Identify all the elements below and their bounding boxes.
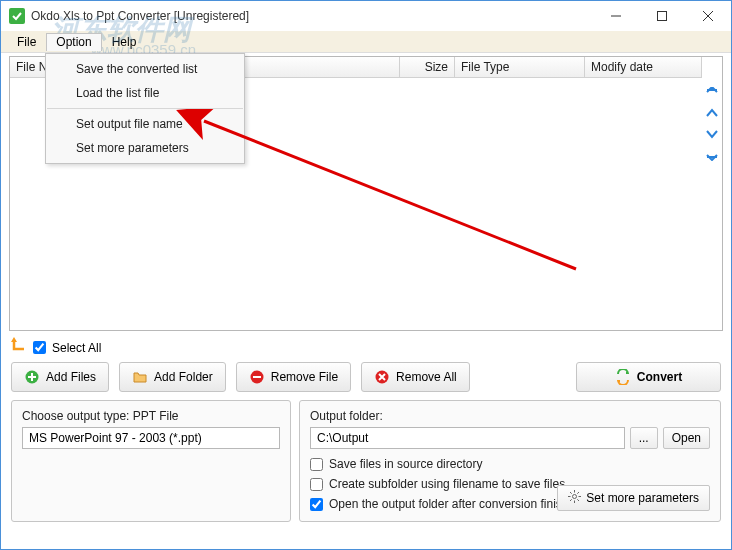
add-folder-label: Add Folder [154,370,213,384]
remove-all-button[interactable]: Remove All [361,362,470,392]
open-after-label: Open the output folder after conversion … [329,497,582,511]
column-filetype[interactable]: File Type [455,57,585,77]
svg-point-10 [573,495,577,499]
move-up-icon[interactable] [705,107,719,121]
open-folder-button[interactable]: Open [663,427,710,449]
output-folder-label: Output folder: [310,409,710,423]
plus-icon [24,369,40,385]
maximize-button[interactable] [639,1,685,31]
svg-line-15 [570,492,572,494]
svg-line-16 [578,499,580,501]
select-all-row: Select All [11,337,721,358]
output-folder-input[interactable] [310,427,625,449]
select-all-checkbox[interactable] [33,341,46,354]
open-after-checkbox[interactable] [310,498,323,511]
remove-all-label: Remove All [396,370,457,384]
titlebar: Okdo Xls to Ppt Converter [Unregistered] [1,1,731,31]
minimize-button[interactable] [593,1,639,31]
up-arrow-icon[interactable] [11,337,27,358]
move-bottom-icon[interactable] [705,147,719,161]
svg-line-17 [578,492,580,494]
add-files-button[interactable]: Add Files [11,362,109,392]
create-subfolder-checkbox[interactable] [310,478,323,491]
minus-icon [249,369,265,385]
move-down-icon[interactable] [705,127,719,141]
menu-separator [47,108,243,109]
output-type-input[interactable] [22,427,280,449]
save-in-source-checkbox[interactable] [310,458,323,471]
column-size[interactable]: Size [400,57,455,77]
convert-button[interactable]: Convert [576,362,721,392]
close-button[interactable] [685,1,731,31]
reorder-buttons [702,57,722,330]
add-files-label: Add Files [46,370,96,384]
menubar: File Option Help [1,31,731,53]
output-type-panel: Choose output type: PPT File [11,400,291,522]
output-folder-panel: Output folder: ... Open Save files in so… [299,400,721,522]
output-type-label: Choose output type: PPT File [22,409,280,423]
select-all-label: Select All [52,341,101,355]
menu-help[interactable]: Help [102,33,147,51]
move-top-icon[interactable] [705,87,719,101]
folder-icon [132,369,148,385]
menu-set-output-file-name[interactable]: Set output file name [46,112,244,136]
bottom-panels: Choose output type: PPT File Output fold… [11,400,721,522]
menu-save-converted-list[interactable]: Save the converted list [46,57,244,81]
column-modify-date[interactable]: Modify date [585,57,702,77]
browse-button[interactable]: ... [630,427,658,449]
menu-file[interactable]: File [7,33,46,51]
x-icon [374,369,390,385]
set-more-parameters-button[interactable]: Set more parameters [557,485,710,511]
remove-file-label: Remove File [271,370,338,384]
menu-set-more-parameters[interactable]: Set more parameters [46,136,244,160]
option-dropdown: Save the converted list Load the list fi… [45,53,245,164]
save-in-source-label: Save files in source directory [329,457,482,471]
convert-icon [615,369,631,385]
toolbar: Add Files Add Folder Remove File Remove … [11,362,721,392]
svg-rect-0 [9,8,25,24]
menu-load-list-file[interactable]: Load the list file [46,81,244,105]
svg-line-18 [570,499,572,501]
svg-rect-8 [253,376,261,378]
create-subfolder-label: Create subfolder using filename to save … [329,477,565,491]
gear-icon [568,490,581,506]
set-more-parameters-label: Set more parameters [586,491,699,505]
window-title: Okdo Xls to Ppt Converter [Unregistered] [31,9,593,23]
remove-file-button[interactable]: Remove File [236,362,351,392]
convert-label: Convert [637,370,682,384]
menu-option[interactable]: Option [46,33,101,51]
app-icon [9,8,25,24]
svg-rect-2 [658,12,667,21]
add-folder-button[interactable]: Add Folder [119,362,226,392]
